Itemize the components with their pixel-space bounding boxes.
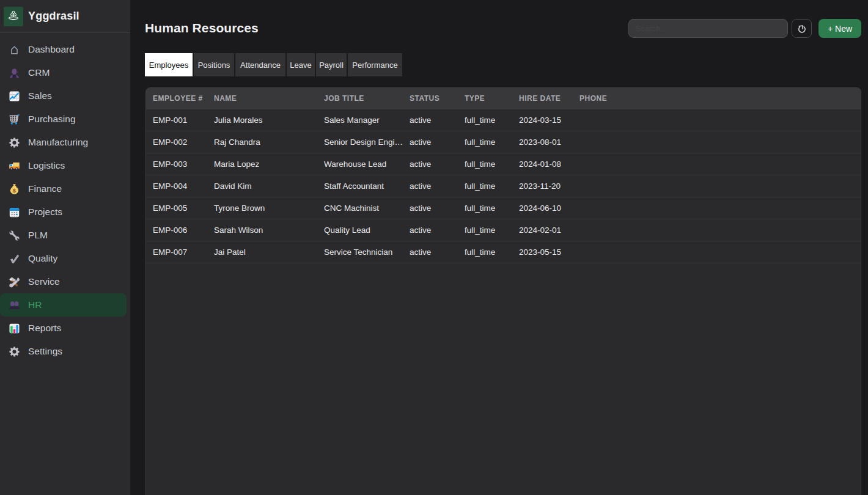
svg-text:$: $ [13,187,17,194]
